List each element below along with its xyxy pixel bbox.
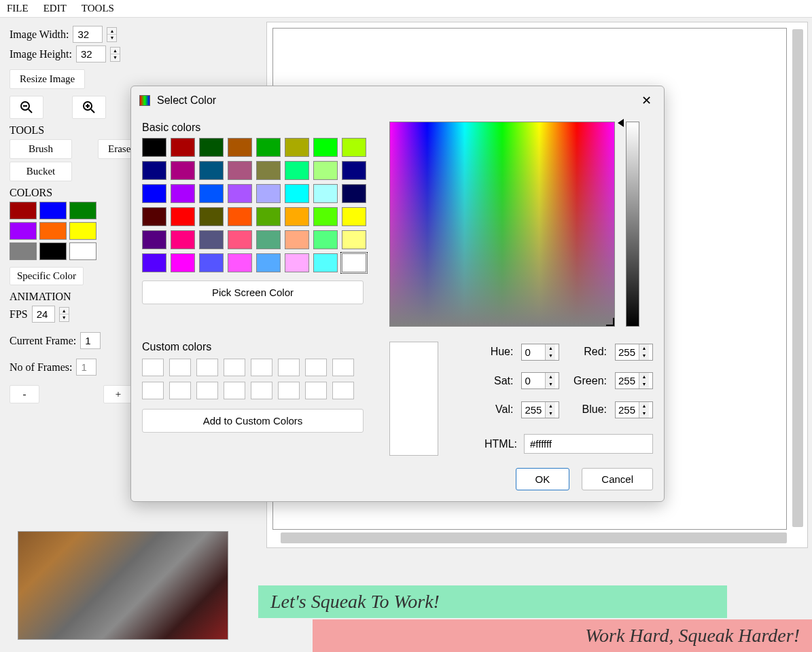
basic-color-swatch[interactable] xyxy=(342,184,366,203)
palette-swatch[interactable] xyxy=(69,242,96,260)
basic-color-swatch[interactable] xyxy=(171,138,195,157)
palette-swatch[interactable] xyxy=(10,242,37,260)
sat-input[interactable]: ▲▼ xyxy=(521,372,559,389)
custom-color-slot[interactable] xyxy=(196,382,218,399)
close-icon[interactable]: ✕ xyxy=(637,92,656,109)
palette-swatch[interactable] xyxy=(10,202,37,219)
basic-color-swatch[interactable] xyxy=(171,161,195,180)
resize-image-button[interactable]: Resize Image xyxy=(10,69,85,89)
basic-color-swatch[interactable] xyxy=(171,253,195,272)
basic-color-swatch[interactable] xyxy=(256,184,281,203)
basic-color-swatch[interactable] xyxy=(313,207,338,226)
pick-screen-color-button[interactable]: Pick Screen Color xyxy=(142,280,364,304)
hue-sat-picker[interactable] xyxy=(389,122,615,327)
basic-color-swatch[interactable] xyxy=(285,184,309,203)
custom-color-slot[interactable] xyxy=(224,359,245,376)
basic-color-swatch[interactable] xyxy=(313,230,338,249)
basic-color-swatch[interactable] xyxy=(142,207,166,226)
custom-color-slot[interactable] xyxy=(332,359,354,376)
palette-swatch[interactable] xyxy=(39,222,67,240)
add-to-custom-colors-button[interactable]: Add to Custom Colors xyxy=(142,409,364,433)
basic-color-swatch[interactable] xyxy=(228,184,252,203)
vertical-scrollbar[interactable] xyxy=(792,29,803,527)
html-input[interactable] xyxy=(524,434,653,454)
basic-color-swatch[interactable] xyxy=(285,253,309,272)
basic-color-swatch[interactable] xyxy=(342,207,366,226)
current-frame-input[interactable]: 1 xyxy=(80,332,101,349)
basic-color-swatch[interactable] xyxy=(342,161,366,180)
basic-color-swatch[interactable] xyxy=(199,253,224,272)
palette-swatch[interactable] xyxy=(10,222,37,240)
custom-color-slot[interactable] xyxy=(251,382,272,399)
basic-color-swatch[interactable] xyxy=(256,230,281,249)
zoom-out-button[interactable] xyxy=(10,96,43,119)
palette-swatch[interactable] xyxy=(69,222,96,240)
basic-color-swatch[interactable] xyxy=(313,253,338,272)
custom-color-slot[interactable] xyxy=(169,359,191,376)
basic-color-swatch[interactable] xyxy=(142,138,166,157)
basic-color-swatch[interactable] xyxy=(171,230,195,249)
basic-color-swatch[interactable] xyxy=(285,230,309,249)
basic-color-swatch[interactable] xyxy=(199,161,224,180)
basic-color-swatch[interactable] xyxy=(313,138,338,157)
basic-color-swatch[interactable] xyxy=(256,207,281,226)
custom-color-slot[interactable] xyxy=(169,382,191,399)
palette-swatch[interactable] xyxy=(39,242,67,260)
width-spinner[interactable]: ▲▼ xyxy=(107,27,117,42)
menu-file[interactable]: FILE xyxy=(7,3,29,14)
custom-color-slot[interactable] xyxy=(305,359,327,376)
basic-color-swatch[interactable] xyxy=(256,138,281,157)
basic-color-swatch[interactable] xyxy=(171,207,195,226)
custom-color-slot[interactable] xyxy=(278,359,300,376)
basic-color-swatch[interactable] xyxy=(256,161,281,180)
menu-tools[interactable]: TOOLS xyxy=(82,3,114,14)
basic-color-swatch[interactable] xyxy=(313,184,338,203)
image-width-input[interactable]: 32 xyxy=(73,26,103,43)
custom-color-slot[interactable] xyxy=(196,359,218,376)
basic-color-swatch[interactable] xyxy=(142,184,166,203)
basic-color-swatch[interactable] xyxy=(285,138,309,157)
menu-edit[interactable]: EDIT xyxy=(43,3,67,14)
basic-color-swatch[interactable] xyxy=(199,184,224,203)
palette-swatch[interactable] xyxy=(39,202,67,219)
zoom-in-button[interactable] xyxy=(72,96,106,119)
specific-color-button[interactable]: Specific Color xyxy=(10,267,84,285)
basic-color-swatch[interactable] xyxy=(142,230,166,249)
basic-color-swatch[interactable] xyxy=(142,161,166,180)
basic-color-swatch[interactable] xyxy=(228,207,252,226)
custom-color-slot[interactable] xyxy=(332,382,354,399)
basic-color-swatch[interactable] xyxy=(256,253,281,272)
frame-plus-button[interactable]: + xyxy=(103,385,133,403)
basic-color-swatch[interactable] xyxy=(342,253,366,272)
blue-input[interactable]: ▲▼ xyxy=(615,401,653,418)
val-input[interactable]: ▲▼ xyxy=(521,401,559,418)
basic-color-swatch[interactable] xyxy=(228,138,252,157)
palette-swatch[interactable] xyxy=(69,202,96,219)
basic-color-swatch[interactable] xyxy=(228,161,252,180)
ok-button[interactable]: OK xyxy=(516,468,570,490)
height-spinner[interactable]: ▲▼ xyxy=(110,47,120,62)
basic-color-swatch[interactable] xyxy=(171,184,195,203)
custom-color-slot[interactable] xyxy=(224,382,245,399)
hue-input[interactable]: ▲▼ xyxy=(521,344,559,361)
fps-input[interactable]: 24 xyxy=(32,306,55,323)
frame-minus-button[interactable]: - xyxy=(10,385,39,403)
custom-color-slot[interactable] xyxy=(142,359,164,376)
custom-color-slot[interactable] xyxy=(142,382,164,399)
bucket-button[interactable]: Bucket xyxy=(10,162,72,181)
basic-color-swatch[interactable] xyxy=(199,138,224,157)
custom-color-slot[interactable] xyxy=(251,359,272,376)
basic-color-swatch[interactable] xyxy=(199,207,224,226)
red-input[interactable]: ▲▼ xyxy=(615,344,653,361)
basic-color-swatch[interactable] xyxy=(199,230,224,249)
basic-color-swatch[interactable] xyxy=(228,253,252,272)
fps-spinner[interactable]: ▲▼ xyxy=(59,307,69,322)
basic-color-swatch[interactable] xyxy=(228,230,252,249)
basic-color-swatch[interactable] xyxy=(142,253,166,272)
green-input[interactable]: ▲▼ xyxy=(615,372,653,389)
basic-color-swatch[interactable] xyxy=(285,161,309,180)
custom-color-slot[interactable] xyxy=(305,382,327,399)
basic-color-swatch[interactable] xyxy=(342,138,366,157)
basic-color-swatch[interactable] xyxy=(313,161,338,180)
basic-color-swatch[interactable] xyxy=(285,207,309,226)
